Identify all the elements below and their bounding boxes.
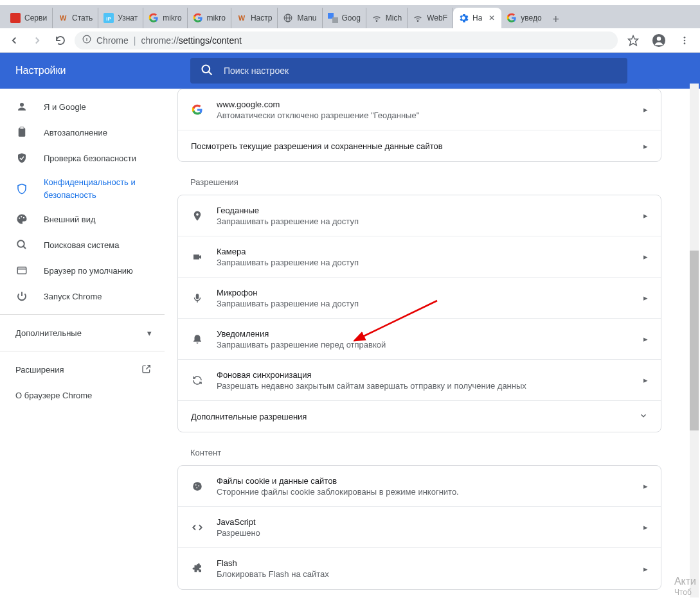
omnibox[interactable]: Chrome | chrome://settings/content xyxy=(75,31,618,49)
svg-rect-4 xyxy=(10,13,21,23)
tab-9[interactable]: WebF xyxy=(408,8,453,28)
reload-button[interactable] xyxy=(51,31,69,49)
tab-title: Настр xyxy=(251,13,273,22)
forward-button[interactable] xyxy=(28,31,46,49)
person-icon xyxy=(15,100,28,113)
tab-4[interactable]: mikro xyxy=(188,8,231,28)
tab-1[interactable]: WСтать xyxy=(53,8,98,28)
svg-point-29 xyxy=(21,216,22,217)
tab-2[interactable]: IPУзнат xyxy=(98,8,143,28)
sidebar-label: Расширения xyxy=(15,365,64,375)
wifi-icon xyxy=(413,13,423,23)
url-path: settings/content xyxy=(179,35,242,46)
row-subtitle: Запрашивать разрешение на доступ xyxy=(217,299,631,308)
row-title: www.google.com xyxy=(217,100,631,109)
sidebar-item-advanced[interactable]: Дополнительные ▾ xyxy=(0,320,165,346)
sidebar-item-privacy[interactable]: Конфиденциальность и безопасность xyxy=(0,171,165,206)
row-subtitle: Запрашивать разрешение перед отправкой xyxy=(217,340,631,350)
more-permissions-row[interactable]: Дополнительные разрешения xyxy=(178,401,661,432)
content-cookies[interactable]: Файлы cookie и данные сайтовСторонние фа… xyxy=(178,466,661,507)
svg-marker-17 xyxy=(629,35,638,45)
tab-7[interactable]: Goog xyxy=(323,8,366,28)
tab-title: Mich xyxy=(386,13,402,22)
sidebar-label: Конфиденциальность и безопасность xyxy=(44,176,149,201)
sidebar-item-search[interactable]: Поисковая система xyxy=(0,232,165,258)
clipboard-icon xyxy=(15,126,28,139)
tab-3[interactable]: mikro xyxy=(143,8,187,28)
tab-6[interactable]: Manu xyxy=(278,8,322,28)
svg-point-22 xyxy=(684,42,686,44)
svg-point-40 xyxy=(196,487,197,488)
menu-button[interactable] xyxy=(674,30,695,51)
code-icon xyxy=(191,521,204,534)
permission-location[interactable]: ГеоданныеЗапрашивать разрешение на досту… xyxy=(178,195,661,236)
tab-11[interactable]: уведо xyxy=(501,8,546,28)
svg-point-30 xyxy=(23,217,24,218)
permission-notifications[interactable]: УведомленияЗапрашивать разрешение перед … xyxy=(178,319,661,360)
tab-title: уведо xyxy=(521,13,541,22)
sidebar-item-default-browser[interactable]: Браузер по умолчанию xyxy=(0,258,165,283)
row-title: Фоновая синхронизация xyxy=(217,370,631,380)
address-bar: Chrome | chrome://settings/content xyxy=(0,28,700,53)
permission-mic[interactable]: МикрофонЗапрашивать разрешение на доступ… xyxy=(178,278,661,319)
chevron-down-icon xyxy=(639,411,648,422)
svg-point-21 xyxy=(684,39,686,41)
chevron-down-icon: ▾ xyxy=(147,328,152,338)
search-icon xyxy=(201,64,213,78)
sidebar-item-extensions[interactable]: Расширения xyxy=(0,357,165,382)
svg-line-32 xyxy=(23,246,26,249)
tab-title: Серви xyxy=(24,13,47,22)
search-box[interactable] xyxy=(190,58,627,84)
tab-title: mikro xyxy=(163,13,181,22)
chevron-right-icon: ▸ xyxy=(643,375,648,385)
back-button[interactable] xyxy=(5,31,23,49)
tab-10-active[interactable]: На✕ xyxy=(453,8,501,28)
svg-point-12 xyxy=(376,21,377,21)
row-title: Flash xyxy=(217,558,631,568)
tab-title: mikro xyxy=(207,13,226,22)
search-input[interactable] xyxy=(224,66,617,76)
content-flash[interactable]: FlashБлокировать Flash на сайтах ▸ xyxy=(178,548,661,589)
power-icon xyxy=(15,290,28,303)
bookmark-button[interactable] xyxy=(623,30,643,51)
chevron-right-icon: ▸ xyxy=(643,105,648,114)
chevron-right-icon: ▸ xyxy=(643,522,648,532)
permission-camera[interactable]: КамераЗапрашивать разрешение на доступ ▸ xyxy=(178,236,661,278)
sidebar-item-you-and-google[interactable]: Я и Google xyxy=(0,94,165,120)
browser-icon xyxy=(15,264,28,277)
main-panel: www.google.com Автоматически отключено р… xyxy=(165,89,700,602)
tab-5[interactable]: WНастр xyxy=(231,8,278,28)
tab-0[interactable]: Серви xyxy=(5,8,53,28)
sidebar-item-autofill[interactable]: Автозаполнение xyxy=(0,120,165,145)
svg-point-39 xyxy=(198,485,199,486)
sidebar-item-startup[interactable]: Запуск Chrome xyxy=(0,283,165,309)
row-subtitle: Запрашивать разрешение на доступ xyxy=(217,217,631,226)
sidebar-item-about[interactable]: О браузере Chrome xyxy=(0,382,165,408)
recent-site-row[interactable]: www.google.com Автоматически отключено р… xyxy=(178,89,661,130)
svg-point-37 xyxy=(193,482,202,491)
sidebar-item-safety-check[interactable]: Проверка безопасности xyxy=(0,145,165,171)
tab-title: Узнат xyxy=(118,13,138,22)
sidebar-label: Дополнительные xyxy=(15,328,82,338)
permission-sync[interactable]: Фоновая синхронизацияРазрешать недавно з… xyxy=(178,360,661,401)
settings-title: Настройки xyxy=(0,65,190,76)
tab-8[interactable]: Mich xyxy=(366,8,408,28)
row-title: JavaScript xyxy=(217,517,631,527)
svg-rect-11 xyxy=(332,17,338,23)
new-tab-button[interactable]: + xyxy=(547,10,565,28)
profile-button[interactable] xyxy=(649,30,669,51)
favicon-icon: W xyxy=(58,13,68,23)
search-icon xyxy=(15,238,28,251)
secure-icon xyxy=(82,35,91,46)
scrollbar-thumb[interactable] xyxy=(690,251,699,430)
url-prefix: Chrome xyxy=(96,35,129,46)
close-icon[interactable]: ✕ xyxy=(487,13,496,22)
location-icon xyxy=(191,209,204,222)
row-title: Посмотреть текущие разрешения и сохранен… xyxy=(191,141,631,151)
sidebar-item-appearance[interactable]: Внешний вид xyxy=(0,206,165,232)
svg-rect-16 xyxy=(86,39,87,41)
row-title: Уведомления xyxy=(217,329,631,339)
tab-title: WebF xyxy=(427,13,447,22)
view-all-row[interactable]: Посмотреть текущие разрешения и сохранен… xyxy=(178,130,661,161)
content-javascript[interactable]: JavaScriptРазрешено ▸ xyxy=(178,507,661,548)
